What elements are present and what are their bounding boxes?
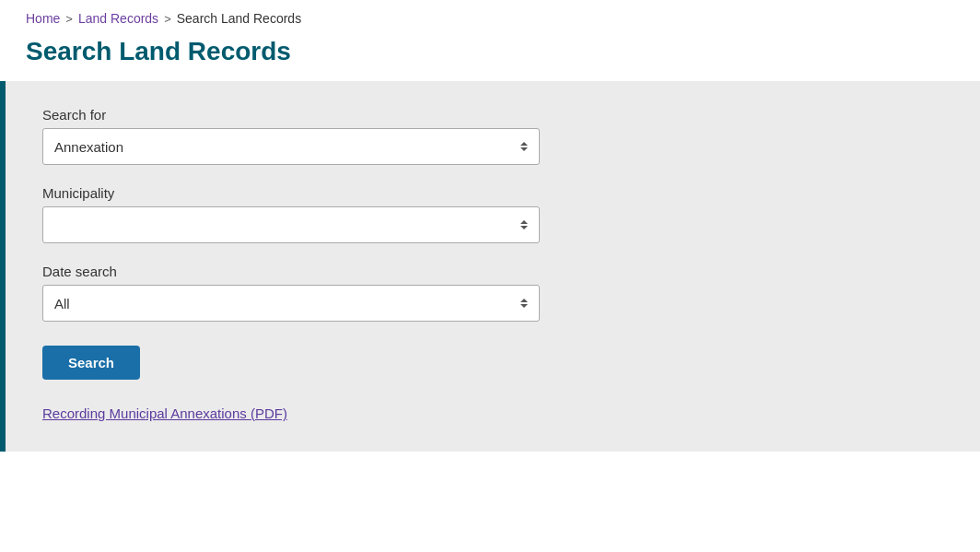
main-content-wrapper: Search for Annexation Plat Survey Easeme…	[0, 81, 980, 452]
search-for-label: Search for	[42, 107, 943, 123]
breadcrumb-separator-1: >	[65, 12, 73, 26]
pdf-link[interactable]: Recording Municipal Annexations (PDF)	[42, 405, 287, 421]
municipality-label: Municipality	[42, 185, 943, 201]
search-for-group: Search for Annexation Plat Survey Easeme…	[42, 107, 943, 165]
date-search-select[interactable]: All Last 30 days Last 90 days Last year …	[42, 285, 540, 322]
breadcrumb-separator-2: >	[164, 12, 171, 26]
date-search-group: Date search All Last 30 days Last 90 day…	[42, 264, 943, 322]
page-title: Search Land Records	[26, 37, 954, 66]
breadcrumb-current: Search Land Records	[177, 11, 301, 26]
pdf-link-wrapper: Recording Municipal Annexations (PDF)	[42, 398, 943, 422]
search-for-select[interactable]: Annexation Plat Survey Easement	[42, 128, 540, 165]
form-panel: Search for Annexation Plat Survey Easeme…	[6, 81, 980, 452]
municipality-select[interactable]	[42, 206, 540, 243]
breadcrumb-area: Home > Land Records > Search Land Record…	[0, 0, 980, 33]
date-search-label: Date search	[42, 264, 943, 279]
municipality-group: Municipality	[42, 185, 943, 243]
page-wrapper: Home > Land Records > Search Land Record…	[0, 0, 980, 552]
search-button[interactable]: Search	[42, 346, 140, 380]
breadcrumb-home-link[interactable]: Home	[26, 11, 60, 26]
breadcrumb-land-records-link[interactable]: Land Records	[78, 11, 158, 26]
breadcrumb: Home > Land Records > Search Land Record…	[26, 11, 954, 26]
page-title-area: Search Land Records	[0, 33, 980, 81]
